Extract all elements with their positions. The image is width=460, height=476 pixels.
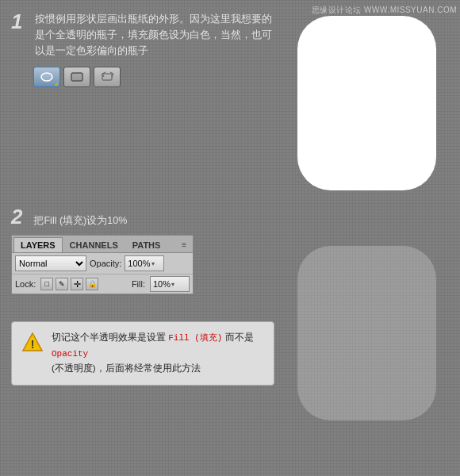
- lock-paint-button[interactable]: ✎: [56, 278, 68, 290]
- step1-text: 按惯例用形状层画出瓶纸的外形。因为这里我想要的是个全透明的瓶子，填充颜色设为白色…: [35, 11, 274, 59]
- tool-corner-arrow: [54, 82, 58, 86]
- fill-value: 10%: [153, 279, 171, 289]
- warning-box: ! 切记这个半透明效果是设置 Fill (填充) 而不是 Opacity (不透…: [11, 321, 274, 386]
- step2-section: 2 把Fill (填充)设为10% LAYERS CHANNELS PATHS …: [11, 206, 274, 294]
- lock-move-button[interactable]: ✛: [71, 278, 83, 290]
- step2-title: 2 把Fill (填充)设为10%: [11, 206, 274, 228]
- tab-paths[interactable]: PATHS: [125, 237, 168, 252]
- opacity-input[interactable]: 100% ▾: [125, 255, 164, 271]
- transform-tool-button[interactable]: [94, 67, 121, 87]
- svg-rect-1: [71, 73, 82, 81]
- blend-mode-select[interactable]: Normal: [15, 255, 86, 271]
- lock-pixels-icon: □: [45, 280, 49, 288]
- rect-tool-button[interactable]: [63, 67, 90, 87]
- tab-channels[interactable]: CHANNELS: [63, 237, 125, 252]
- opacity-value: 100%: [128, 259, 150, 268]
- step1-number: 1: [11, 11, 22, 32]
- ellipse-tool-button[interactable]: [33, 67, 60, 87]
- warning-highlight2: Opacity: [52, 349, 88, 359]
- warning-triangle-icon: !: [21, 332, 44, 354]
- lock-move-icon: ✛: [74, 279, 81, 290]
- lock-icons-group: □ ✎ ✛ 🔒: [40, 278, 98, 290]
- transform-icon: [100, 71, 114, 83]
- lock-all-button[interactable]: 🔒: [86, 278, 98, 290]
- step2-number: 2: [11, 206, 22, 227]
- fill-label: Fill:: [132, 279, 145, 289]
- panel-menu-button[interactable]: ≡: [177, 239, 191, 251]
- warning-line3: (不透明度)，后面将经常使用此方法: [52, 363, 201, 373]
- tools-row: [33, 67, 274, 87]
- ellipse-icon: [40, 71, 54, 83]
- lock-label: Lock:: [15, 279, 36, 289]
- lock-pixels-button[interactable]: □: [40, 278, 53, 290]
- tab-layers[interactable]: LAYERS: [13, 237, 63, 252]
- svg-text:!: !: [31, 338, 35, 351]
- lock-all-icon: 🔒: [88, 280, 97, 288]
- step2-label: 把Fill (填充)设为10%: [33, 213, 127, 228]
- left-panel: 1 按惯例用形状层画出瓶纸的外形。因为这里我想要的是个全透明的瓶子，填充颜色设为…: [0, 0, 286, 476]
- panel-menu-lines-icon: ≡: [182, 240, 186, 249]
- right-panel: [286, 0, 460, 476]
- warning-line1: 切记这个半透明效果是设置: [52, 332, 166, 342]
- shape-white-bottle: [297, 16, 436, 190]
- lock-fill-row: Lock: □ ✎ ✛ 🔒 Fill:: [12, 274, 193, 294]
- shape-semi-bottle: [297, 246, 436, 420]
- opacity-row: Normal Opacity: 100% ▾: [12, 253, 193, 274]
- lock-paint-icon: ✎: [59, 280, 65, 288]
- rect-icon: [70, 71, 84, 83]
- fill-input[interactable]: 10% ▾: [150, 276, 190, 292]
- fill-arrow-icon: ▾: [171, 281, 174, 288]
- opacity-arrow-icon: ▾: [151, 260, 155, 267]
- warning-line2: 而不是: [225, 332, 254, 342]
- step1-section: 1 按惯例用形状层画出瓶纸的外形。因为这里我想要的是个全透明的瓶子，填充颜色设为…: [11, 11, 274, 87]
- svg-point-0: [41, 73, 52, 81]
- layers-panel: LAYERS CHANNELS PATHS ≡ Normal Opacity: …: [11, 235, 194, 294]
- warning-text: 切记这个半透明效果是设置 Fill (填充) 而不是 Opacity (不透明度…: [52, 330, 264, 377]
- warning-highlight1: Fill (填充): [168, 333, 222, 343]
- watermark: 思缘设计论坛 WWW.MISSYUAN.COM: [312, 5, 457, 16]
- opacity-label: Opacity:: [90, 259, 121, 268]
- layers-tabs: LAYERS CHANNELS PATHS ≡: [12, 236, 193, 253]
